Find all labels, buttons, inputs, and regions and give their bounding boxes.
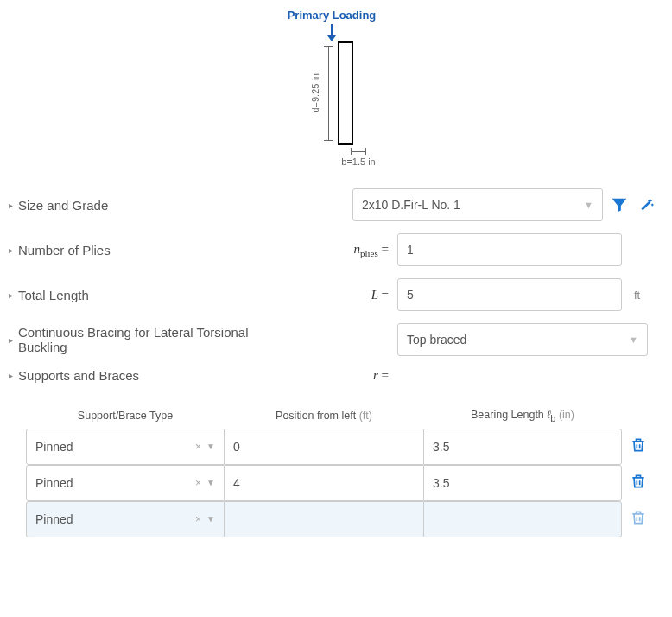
plies-symbol: nplies = [328, 242, 397, 258]
expand-icon[interactable]: ▸ [9, 200, 13, 210]
bearing-input[interactable] [423, 501, 622, 537]
dim-depth-line [324, 46, 333, 141]
support-type-select[interactable]: Pinned×▼ [26, 465, 225, 501]
wand-icon[interactable] [636, 195, 655, 214]
chevron-down-icon: ▼ [584, 200, 593, 210]
plies-label: Number of Plies [18, 243, 111, 258]
expand-icon[interactable]: ▸ [9, 245, 13, 255]
bearing-input[interactable]: 3.5 [423, 429, 622, 465]
delete-row-icon[interactable] [630, 436, 647, 454]
delete-row-icon[interactable] [630, 509, 647, 526]
clear-icon[interactable]: × [195, 441, 201, 453]
supports-label: Supports and Braces [18, 368, 139, 383]
expand-icon[interactable]: ▸ [9, 335, 13, 345]
support-type-value: Pinned [35, 476, 73, 490]
position-input[interactable] [225, 501, 423, 537]
support-type-select[interactable]: Pinned×▼ [26, 501, 225, 537]
bracing-select[interactable]: Top braced ▼ [397, 323, 648, 356]
bearing-input[interactable]: 3.5 [423, 465, 622, 501]
svg-marker-1 [327, 35, 336, 41]
chevron-down-icon: ▼ [206, 478, 215, 487]
support-type-value: Pinned [35, 512, 73, 526]
supports-symbol: r = [328, 368, 397, 383]
beam-diagram: Primary Loading d=9.25 in b=1.5 in [9, 9, 655, 167]
chevron-down-icon: ▼ [629, 334, 638, 345]
table-row: Pinned×▼ [26, 501, 655, 537]
bracing-value: Top braced [407, 333, 466, 347]
table-row: Pinned×▼03.5 [26, 429, 655, 465]
chevron-down-icon: ▼ [206, 442, 215, 451]
load-arrow-icon [326, 24, 338, 41]
beam-section-icon [338, 41, 353, 145]
size-grade-value: 2x10 D.Fir-L No. 1 [362, 198, 460, 212]
length-label: Total Length [18, 288, 89, 302]
size-grade-select[interactable]: 2x10 D.Fir-L No. 1 ▼ [352, 188, 603, 221]
col-position-header: Position from left (ft) [225, 409, 423, 429]
supports-table-area: Support/Brace Type Position from left (f… [9, 409, 655, 537]
clear-icon[interactable]: × [195, 513, 201, 525]
length-unit: ft [634, 289, 640, 302]
dim-breadth-line [351, 148, 366, 155]
position-input[interactable]: 4 [225, 465, 423, 501]
delete-row-icon[interactable] [630, 473, 647, 490]
chevron-down-icon: ▼ [206, 514, 215, 524]
length-input[interactable]: 5 [397, 278, 622, 311]
col-bearing-header: Bearing Length ℓb (in) [423, 409, 622, 429]
col-type-header: Support/Brace Type [26, 409, 225, 429]
expand-icon[interactable]: ▸ [9, 290, 13, 300]
expand-icon[interactable]: ▸ [9, 371, 13, 380]
clear-icon[interactable]: × [195, 477, 201, 489]
table-row: Pinned×▼43.5 [26, 465, 655, 501]
bracing-label: Continuous Bracing for Lateral Torsional… [18, 325, 260, 354]
plies-input[interactable]: 1 [397, 233, 622, 266]
support-type-select[interactable]: Pinned×▼ [26, 429, 225, 465]
dim-breadth-label: b=1.5 in [341, 156, 375, 167]
support-type-value: Pinned [35, 440, 73, 454]
dim-depth-label: d=9.25 in [310, 73, 320, 113]
supports-table: Support/Brace Type Position from left (f… [26, 409, 655, 537]
position-input[interactable]: 0 [225, 429, 423, 465]
size-grade-label: Size and Grade [18, 198, 108, 213]
length-symbol: L = [328, 288, 397, 302]
filter-icon[interactable] [610, 195, 629, 214]
primary-loading-label: Primary Loading [288, 9, 377, 22]
